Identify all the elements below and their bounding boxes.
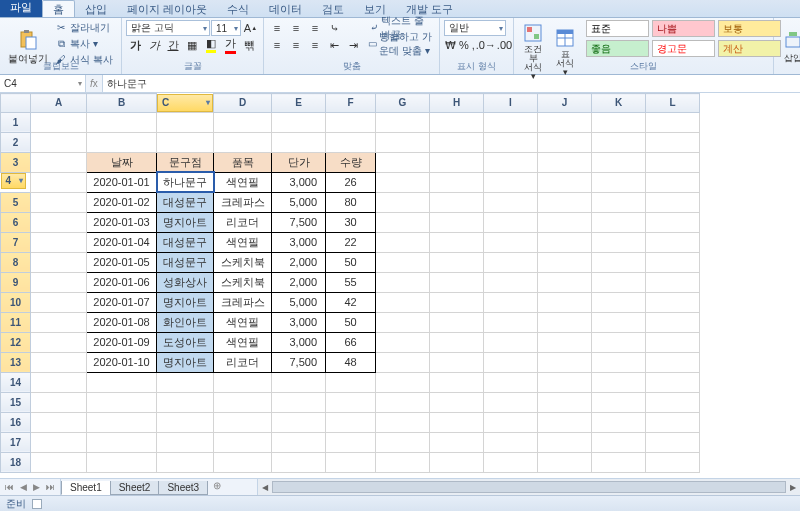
cell-G14[interactable] bbox=[376, 372, 430, 392]
cell-E16[interactable] bbox=[272, 412, 326, 432]
cell-H17[interactable] bbox=[430, 432, 484, 452]
row-header-5[interactable]: 5 bbox=[1, 192, 31, 212]
cell-H15[interactable] bbox=[430, 392, 484, 412]
cell-B9[interactable]: 2020-01-06 bbox=[87, 272, 157, 292]
fx-icon[interactable]: fx bbox=[90, 78, 98, 89]
cell-A11[interactable] bbox=[31, 312, 87, 332]
column-header-J[interactable]: J bbox=[538, 94, 592, 113]
column-header-I[interactable]: I bbox=[484, 94, 538, 113]
cell-L3[interactable] bbox=[646, 152, 700, 172]
cell-B5[interactable]: 2020-01-02 bbox=[87, 192, 157, 212]
cell-L9[interactable] bbox=[646, 272, 700, 292]
cell-A15[interactable] bbox=[31, 392, 87, 412]
cell-I5[interactable] bbox=[484, 192, 538, 212]
worksheet[interactable]: ABCDEFGHIJKL123날짜문구점품목단가수량42020-01-01하나문… bbox=[0, 93, 800, 478]
cell-G15[interactable] bbox=[376, 392, 430, 412]
cell-F14[interactable] bbox=[326, 372, 376, 392]
cell-D14[interactable] bbox=[214, 372, 272, 392]
cell-B2[interactable] bbox=[87, 132, 157, 152]
cell-A9[interactable] bbox=[31, 272, 87, 292]
cell-A13[interactable] bbox=[31, 352, 87, 372]
cell-H13[interactable] bbox=[430, 352, 484, 372]
border-button[interactable]: ▦ bbox=[183, 37, 201, 53]
cell-C7[interactable]: 대성문구 bbox=[157, 232, 214, 252]
horizontal-scrollbar[interactable]: ◀ ▶ bbox=[257, 479, 800, 495]
orientation[interactable]: ⤷ bbox=[325, 20, 343, 36]
cell-K5[interactable] bbox=[592, 192, 646, 212]
cell-L18[interactable] bbox=[646, 452, 700, 472]
cell-E2[interactable] bbox=[272, 132, 326, 152]
cell-E1[interactable] bbox=[272, 112, 326, 132]
cell-H9[interactable] bbox=[430, 272, 484, 292]
number-format-select[interactable]: 일반 bbox=[444, 20, 506, 36]
cell-I7[interactable] bbox=[484, 232, 538, 252]
column-header-E[interactable]: E bbox=[272, 94, 326, 113]
cell-B10[interactable]: 2020-01-07 bbox=[87, 292, 157, 312]
row-header-10[interactable]: 10 bbox=[1, 292, 31, 312]
cell-F12[interactable]: 66 bbox=[326, 332, 376, 352]
row-header-11[interactable]: 11 bbox=[1, 312, 31, 332]
cell-F18[interactable] bbox=[326, 452, 376, 472]
cell-J3[interactable] bbox=[538, 152, 592, 172]
row-header-12[interactable]: 12 bbox=[1, 332, 31, 352]
cell-I13[interactable] bbox=[484, 352, 538, 372]
row-header-17[interactable]: 17 bbox=[1, 432, 31, 452]
cell-G5[interactable] bbox=[376, 192, 430, 212]
cell-D17[interactable] bbox=[214, 432, 272, 452]
row-header-9[interactable]: 9 bbox=[1, 272, 31, 292]
currency-button[interactable]: ₩ bbox=[444, 37, 457, 53]
cell-D15[interactable] bbox=[214, 392, 272, 412]
name-box[interactable]: C4 bbox=[0, 75, 86, 92]
underline-button[interactable]: 간 bbox=[164, 37, 182, 53]
cell-A6[interactable] bbox=[31, 212, 87, 232]
cell-H16[interactable] bbox=[430, 412, 484, 432]
font-size-select[interactable]: 11 bbox=[211, 20, 241, 36]
cell-G1[interactable] bbox=[376, 112, 430, 132]
ribbon-tab-홈[interactable]: 홈 bbox=[42, 0, 75, 17]
cell-style-표준[interactable]: 표준 bbox=[586, 20, 649, 37]
cell-C8[interactable]: 대성문구 bbox=[157, 252, 214, 272]
cell-A16[interactable] bbox=[31, 412, 87, 432]
cell-B6[interactable]: 2020-01-03 bbox=[87, 212, 157, 232]
cell-C11[interactable]: 화인아트 bbox=[157, 312, 214, 332]
cell-I17[interactable] bbox=[484, 432, 538, 452]
scroll-right[interactable]: ▶ bbox=[786, 479, 800, 495]
font-color-button[interactable]: 가 bbox=[221, 37, 239, 53]
cell-E18[interactable] bbox=[272, 452, 326, 472]
cell-I14[interactable] bbox=[484, 372, 538, 392]
cell-B4[interactable]: 2020-01-01 bbox=[87, 172, 157, 192]
cell-G16[interactable] bbox=[376, 412, 430, 432]
indent-decrease[interactable]: ⇤ bbox=[325, 37, 343, 53]
cell-I6[interactable] bbox=[484, 212, 538, 232]
column-header-L[interactable]: L bbox=[646, 94, 700, 113]
cell-L14[interactable] bbox=[646, 372, 700, 392]
cell-I10[interactable] bbox=[484, 292, 538, 312]
cell-I18[interactable] bbox=[484, 452, 538, 472]
cell-style-보통[interactable]: 보통 bbox=[718, 20, 781, 37]
cell-G18[interactable] bbox=[376, 452, 430, 472]
cell-K17[interactable] bbox=[592, 432, 646, 452]
cell-A8[interactable] bbox=[31, 252, 87, 272]
conditional-format-button[interactable]: 조건부서식 ▾ bbox=[518, 20, 548, 83]
cell-E17[interactable] bbox=[272, 432, 326, 452]
cell-J6[interactable] bbox=[538, 212, 592, 232]
cell-E15[interactable] bbox=[272, 392, 326, 412]
cell-D7[interactable]: 색연필 bbox=[214, 232, 272, 252]
align-bottom[interactable]: ≡ bbox=[306, 20, 324, 36]
cell-H2[interactable] bbox=[430, 132, 484, 152]
cell-E9[interactable]: 2,000 bbox=[272, 272, 326, 292]
cell-K18[interactable] bbox=[592, 452, 646, 472]
column-header-D[interactable]: D bbox=[214, 94, 272, 113]
cell-H10[interactable] bbox=[430, 292, 484, 312]
cell-J17[interactable] bbox=[538, 432, 592, 452]
cell-J14[interactable] bbox=[538, 372, 592, 392]
cell-style-나쁨[interactable]: 나쁨 bbox=[652, 20, 715, 37]
cell-F7[interactable]: 22 bbox=[326, 232, 376, 252]
cell-G12[interactable] bbox=[376, 332, 430, 352]
cell-G11[interactable] bbox=[376, 312, 430, 332]
cell-A1[interactable] bbox=[31, 112, 87, 132]
cell-H6[interactable] bbox=[430, 212, 484, 232]
cell-C4[interactable]: 하나문구 bbox=[157, 172, 214, 192]
cell-D12[interactable]: 색연필 bbox=[214, 332, 272, 352]
cell-I16[interactable] bbox=[484, 412, 538, 432]
